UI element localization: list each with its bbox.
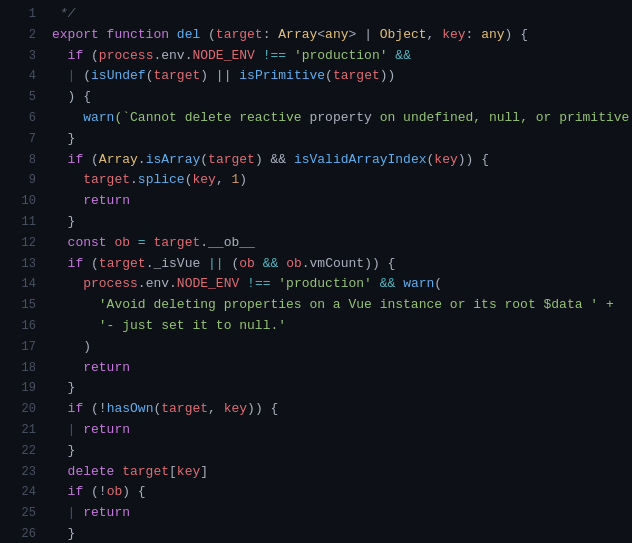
token: target <box>153 235 200 250</box>
token: _isVue <box>153 256 200 271</box>
line-number: 20 <box>8 400 36 419</box>
line-number: 4 <box>8 67 36 86</box>
token: Array <box>99 152 138 167</box>
token: } <box>52 526 75 541</box>
token: delete <box>68 464 123 479</box>
token: warn <box>403 276 434 291</box>
token: ) { <box>52 89 91 104</box>
line-number: 10 <box>8 192 36 211</box>
token: if <box>68 152 84 167</box>
token: ( <box>208 27 216 42</box>
line-content: if (process.env.NODE_ENV !== 'production… <box>52 46 624 67</box>
token: [ <box>169 464 177 479</box>
code-line: 9 target.splice(key, 1) <box>0 170 632 191</box>
token: function <box>107 27 177 42</box>
token: isValidArrayIndex <box>294 152 427 167</box>
token: isPrimitive <box>239 68 325 83</box>
line-number: 21 <box>8 421 36 440</box>
token: target <box>83 172 130 187</box>
code-editor: 1 */2export function del (target: Array<… <box>0 0 632 543</box>
token: env <box>146 276 169 291</box>
token <box>52 152 68 167</box>
code-line: 15 'Avoid deleting properties on a Vue i… <box>0 295 632 316</box>
token: ( <box>325 68 333 83</box>
token: return <box>83 193 130 208</box>
token <box>52 360 83 375</box>
line-number: 14 <box>8 275 36 294</box>
token: ] <box>200 464 208 479</box>
token: )) { <box>247 401 278 416</box>
line-number: 26 <box>8 525 36 543</box>
token: , <box>427 27 443 42</box>
token: warn <box>83 110 114 125</box>
token: ( <box>83 256 99 271</box>
token: ) <box>239 172 247 187</box>
code-line: 18 return <box>0 358 632 379</box>
code-line: 21 | return <box>0 420 632 441</box>
token <box>52 48 68 63</box>
line-number: 11 <box>8 213 36 232</box>
line-content: process.env.NODE_ENV !== 'production' &&… <box>52 274 624 295</box>
token: )) { <box>364 256 395 271</box>
line-content: export function del (target: Array<any> … <box>52 25 624 46</box>
token: ob <box>114 235 130 250</box>
token <box>52 256 68 271</box>
token: ob <box>286 256 302 271</box>
token: (! <box>83 484 106 499</box>
token: } <box>52 131 75 146</box>
line-content: if (target._isVue || (ob && ob.vmCount))… <box>52 254 624 275</box>
line-number: 16 <box>8 317 36 336</box>
line-content: ) <box>52 337 624 358</box>
token: isArray <box>146 152 201 167</box>
token: env <box>161 48 184 63</box>
token: del <box>177 27 208 42</box>
token: process <box>99 48 154 63</box>
token: Array <box>278 27 317 42</box>
token: if <box>68 401 84 416</box>
token: if <box>68 256 84 271</box>
token: target <box>153 68 200 83</box>
token <box>52 297 99 312</box>
token <box>52 464 68 479</box>
token: : <box>263 27 279 42</box>
token <box>52 235 68 250</box>
token: || <box>200 256 231 271</box>
line-content: const ob = target.__ob__ <box>52 233 624 254</box>
code-line: 19 } <box>0 378 632 399</box>
line-number: 24 <box>8 483 36 502</box>
token: | <box>52 505 83 520</box>
token: ob <box>107 484 123 499</box>
token: . <box>138 152 146 167</box>
line-content: } <box>52 524 624 543</box>
code-line: 25 | return <box>0 503 632 524</box>
token: !== <box>255 48 294 63</box>
token: key <box>442 27 465 42</box>
token: ) && <box>255 152 294 167</box>
token: )) { <box>458 152 489 167</box>
line-number: 23 <box>8 463 36 482</box>
token: , <box>216 172 232 187</box>
line-number: 12 <box>8 234 36 253</box>
token: target <box>333 68 380 83</box>
token: on undefined, null, or primitive value <box>372 110 632 125</box>
line-number: 22 <box>8 442 36 461</box>
code-line: 11 } <box>0 212 632 233</box>
token: ) || <box>200 68 239 83</box>
line-number: 25 <box>8 504 36 523</box>
token: NODE_ENV <box>177 276 239 291</box>
token <box>52 401 68 416</box>
token <box>52 193 83 208</box>
line-content: return <box>52 191 624 212</box>
code-line: 13 if (target._isVue || (ob && ob.vmCoun… <box>0 254 632 275</box>
line-content: } <box>52 212 624 233</box>
line-content: | (isUndef(target) || isPrimitive(target… <box>52 66 624 87</box>
code-line: 23 delete target[key] <box>0 462 632 483</box>
token <box>52 172 83 187</box>
token: target <box>208 152 255 167</box>
token: : <box>466 27 482 42</box>
line-content: */ <box>52 4 624 25</box>
token: */ <box>52 6 75 21</box>
token: ) <box>52 339 91 354</box>
token: target <box>161 401 208 416</box>
token: } <box>52 443 75 458</box>
